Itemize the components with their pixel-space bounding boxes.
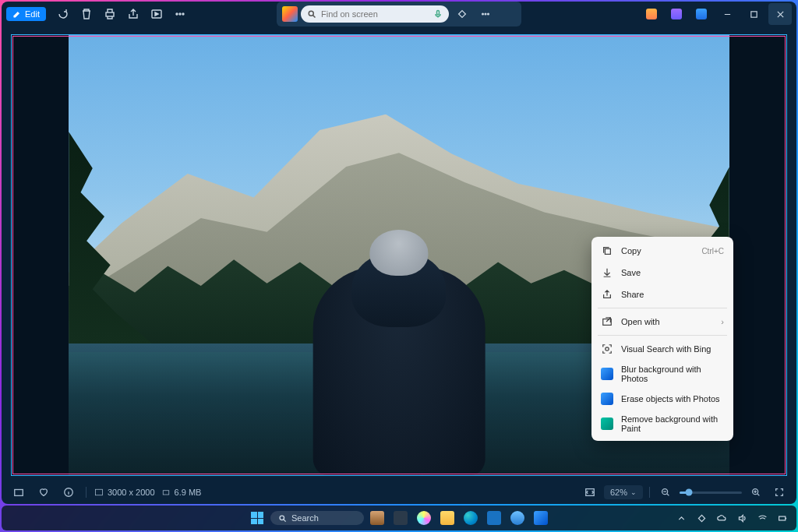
snipping-tool-icon — [282, 6, 298, 22]
taskbar: Search — [2, 506, 796, 530]
taskbar-search[interactable]: Search — [270, 511, 364, 525]
rotate-icon[interactable] — [52, 3, 74, 25]
photos-app-window: Edit — [2, 2, 796, 504]
tray-wifi-icon[interactable] — [754, 510, 770, 526]
zoom-in-icon[interactable] — [747, 483, 765, 502]
svg-rect-17 — [163, 491, 169, 495]
taskbar-app-explorer[interactable] — [437, 508, 457, 528]
svg-rect-14 — [15, 490, 23, 496]
svg-rect-22 — [779, 516, 785, 520]
fullscreen-icon[interactable] — [770, 483, 789, 502]
start-button[interactable] — [247, 508, 267, 528]
svg-rect-10 — [750, 11, 756, 16]
app-tile-3[interactable] — [690, 3, 712, 25]
svg-point-13 — [606, 347, 609, 351]
find-on-screen-bar — [277, 2, 521, 26]
info-icon[interactable] — [59, 483, 78, 502]
context-copy[interactable]: Copy Ctrl+C — [591, 240, 733, 262]
search-input[interactable] — [316, 7, 433, 21]
mic-icon[interactable] — [433, 9, 443, 19]
edit-button[interactable]: Edit — [6, 7, 46, 21]
taskbar-app-photos[interactable] — [531, 508, 551, 528]
taskbar-app-copilot[interactable] — [414, 508, 434, 528]
search-input-wrap[interactable] — [301, 5, 449, 23]
image-filesize: 6.9 MB — [161, 488, 202, 497]
fit-screen-icon[interactable] — [581, 483, 599, 502]
search-icon — [307, 9, 316, 19]
maximize-button[interactable] — [742, 3, 765, 25]
slideshow-icon[interactable] — [146, 3, 168, 25]
svg-point-7 — [482, 13, 484, 15]
visual-search-icon — [601, 343, 613, 355]
context-separator — [598, 308, 727, 308]
search-icon — [278, 514, 287, 523]
context-open-with[interactable]: Open with › — [591, 311, 733, 333]
taskbar-app-edge[interactable] — [461, 508, 481, 528]
statusbar: 3000 x 2000 6.9 MB 62% ⌄ — [2, 481, 796, 504]
context-erase-objects[interactable]: Erase objects with Photos — [591, 388, 733, 410]
zoom-out-icon[interactable] — [656, 483, 675, 502]
image-dimensions: 3000 x 2000 — [94, 488, 155, 497]
copy-icon — [601, 245, 613, 257]
photos-blur-icon — [601, 368, 613, 380]
copilot-icon[interactable] — [452, 4, 472, 24]
image-canvas[interactable]: Copy Ctrl+C Save Share Open with › Visua… — [11, 34, 787, 476]
zoom-level[interactable]: 62% ⌄ — [604, 485, 643, 499]
context-remove-bg[interactable]: Remove background with Paint — [591, 410, 733, 438]
minimize-button[interactable] — [715, 3, 739, 25]
context-menu: Copy Ctrl+C Save Share Open with › Visua… — [591, 237, 733, 441]
chevron-right-icon: › — [721, 317, 724, 326]
svg-point-2 — [176, 13, 178, 15]
context-share[interactable]: Share — [591, 284, 733, 305]
svg-rect-6 — [437, 11, 440, 15]
edit-button-label: Edit — [25, 9, 40, 19]
svg-point-21 — [280, 516, 284, 520]
svg-point-5 — [309, 11, 313, 16]
print-icon[interactable] — [99, 3, 121, 25]
zoom-slider[interactable] — [680, 491, 742, 494]
more-icon[interactable] — [169, 3, 191, 25]
tray-chevron-icon[interactable] — [673, 510, 689, 526]
share-menu-icon — [601, 288, 613, 301]
paint-icon — [601, 417, 613, 430]
open-with-icon — [601, 315, 613, 328]
save-icon — [601, 266, 613, 279]
photos-erase-icon — [601, 393, 613, 405]
svg-point-3 — [179, 13, 181, 15]
tray-battery-icon[interactable] — [775, 510, 790, 526]
svg-rect-16 — [96, 489, 103, 495]
windows-logo-icon — [251, 512, 263, 524]
context-blur-bg[interactable]: Blur background with Photos — [591, 360, 733, 388]
app-tile-2[interactable] — [666, 3, 687, 25]
svg-rect-0 — [106, 12, 114, 16]
context-visual-search[interactable]: Visual Search with Bing — [591, 338, 733, 360]
svg-point-4 — [182, 13, 184, 15]
delete-icon[interactable] — [76, 3, 97, 25]
tray-app-icon[interactable] — [694, 510, 709, 526]
svg-rect-11 — [605, 248, 610, 254]
context-separator-2 — [598, 335, 727, 336]
search-more-icon[interactable] — [475, 4, 496, 24]
share-icon[interactable] — [122, 3, 144, 25]
app-tile-1[interactable] — [641, 3, 662, 25]
close-button[interactable] — [768, 3, 792, 25]
svg-point-8 — [485, 13, 486, 15]
taskbar-app-weather[interactable] — [507, 508, 528, 528]
tray-onedrive-icon[interactable] — [714, 510, 729, 526]
favorite-icon[interactable] — [34, 483, 53, 502]
taskbar-app-store[interactable] — [484, 508, 504, 528]
titlebar: Edit — [2, 2, 796, 26]
taskbar-app-2[interactable] — [390, 508, 411, 528]
svg-rect-12 — [603, 319, 612, 326]
svg-point-9 — [488, 13, 489, 15]
taskbar-app-1[interactable] — [367, 508, 387, 528]
chevron-down-icon: ⌄ — [630, 488, 637, 496]
search-close-icon[interactable] — [499, 4, 519, 24]
gallery-icon[interactable] — [9, 483, 28, 502]
tray-volume-icon[interactable] — [734, 510, 750, 526]
context-save[interactable]: Save — [591, 262, 733, 284]
